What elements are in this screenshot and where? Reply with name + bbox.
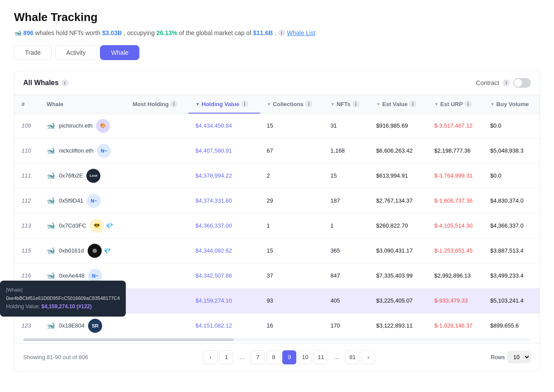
tab-trade[interactable]: Trade — [14, 45, 52, 60]
page-10-button[interactable]: 10 — [298, 350, 312, 364]
col-whale[interactable]: Whale — [39, 95, 125, 113]
nfts-info-icon[interactable]: i — [352, 100, 359, 107]
whale-name: 0x5f9D41 — [59, 197, 83, 204]
cell-buy-volume: $5,103,241.4 — [483, 288, 540, 313]
cell-est-value: $2,767,134.37 — [369, 188, 427, 213]
col-est-urp[interactable]: ▼ Est URP i — [427, 95, 483, 113]
diamond-badge: 💎 — [106, 222, 113, 229]
cell-est-urp: $2,198,777.36 — [427, 138, 483, 163]
cell-whale[interactable]: 🐋 nickclifton.eth N~ — [39, 138, 125, 163]
contract-info-icon[interactable]: i — [503, 79, 510, 86]
col-est-value[interactable]: ▼ Est Value i — [369, 95, 427, 113]
whale-name: nickclifton.eth — [59, 147, 93, 154]
table-row[interactable]: 111 🐋 0x76fb2E Loot $4,378,994.22 2 15 $… — [14, 163, 540, 188]
cell-est-value: $3,122,893.11 — [369, 313, 427, 338]
cell-est-urp: $-1,253,651.45 — [427, 238, 483, 263]
cell-holding-value: $4,342,507.86 — [188, 263, 259, 288]
cell-est-urp: $-1,028,146.37 — [427, 313, 483, 338]
est-value-sort-icon: ▼ — [376, 102, 380, 107]
whale-name: pichiruchi.eth — [59, 122, 92, 129]
cell-holding-value: $4,159,274.10 — [188, 288, 259, 313]
cell-collections: 29 — [260, 188, 323, 213]
col-holding-value[interactable]: ▼ Holding Value i — [188, 95, 259, 113]
all-whales-title: All Whales — [23, 79, 59, 87]
cell-buy-volume: $5,048,938.3 — [483, 138, 540, 163]
whale-icon: 🐋 — [46, 196, 55, 205]
whale-list-link[interactable]: Whale List — [287, 29, 316, 36]
table-row[interactable]: 115 🐋 0xb0161d ◎ 💎 $4,344,082.62 15 365 … — [14, 238, 540, 263]
whale-count: 896 — [23, 29, 33, 36]
page-9-button[interactable]: 9 — [282, 350, 296, 364]
table-header-row: # Whale Most Holding i — [14, 95, 540, 113]
avatar: Loot — [86, 169, 100, 183]
collections-info-icon[interactable]: i — [305, 100, 313, 107]
col-collections[interactable]: ▼ Collections i — [260, 95, 323, 113]
page-81-button[interactable]: 81 — [345, 350, 359, 364]
tooltip-address: 0xe4bBCbf51e61D0D95FcC5016609aC83548177C… — [6, 294, 120, 303]
page-title: Whale Tracking — [14, 11, 540, 24]
tab-whale[interactable]: Whale — [100, 45, 139, 60]
cell-est-value: $916,985.69 — [369, 113, 427, 138]
col-buy-volume[interactable]: ▼ Buy Volume — [483, 95, 540, 113]
cell-nfts: 1 — [323, 213, 369, 238]
prev-page-button[interactable]: ‹ — [203, 350, 217, 364]
avatar-group: N~ — [97, 144, 111, 158]
page-11-button[interactable]: 11 — [314, 350, 328, 364]
dots-1: … — [235, 350, 249, 364]
avatar-group: N~ — [87, 194, 101, 208]
cell-num: 110 — [14, 138, 39, 163]
cell-whale[interactable]: 🐋 0x5f9D41 N~ — [39, 188, 125, 213]
horizontal-scrollbar[interactable] — [23, 339, 531, 341]
est-urp-info-icon[interactable]: i — [465, 100, 472, 107]
avatar: N~ — [97, 144, 111, 158]
whale-emoji: 🐋 — [14, 29, 21, 36]
cell-est-value: $6,606,263.42 — [369, 138, 427, 163]
table-row[interactable]: 123 🐋 0x18E804 SR $4,151,082.12 16 170 $… — [14, 313, 540, 338]
whale-icon: 🐋 — [46, 146, 55, 155]
cell-nfts: 847 — [323, 263, 369, 288]
cell-nfts: 31 — [323, 113, 369, 138]
rows-per-page-select[interactable]: 10 20 50 — [508, 351, 531, 363]
cell-most-holding — [125, 113, 188, 138]
holding-value-info-icon[interactable]: i — [241, 100, 248, 107]
cell-holding-value: $4,434,450.84 — [188, 113, 259, 138]
cell-whale[interactable]: 🐋 0xb0161d ◎ 💎 — [39, 238, 125, 263]
table-row[interactable]: 109 🐋 pichiruchi.eth 🎨 $4,434,450.84 15 … — [14, 113, 540, 138]
table-row[interactable]: 113 🐋 0x7Cd3FC 😎 💎 $4,366,337.00 1 1 $26… — [14, 213, 540, 238]
cell-whale[interactable]: 🐋 0x7Cd3FC 😎 💎 — [39, 213, 125, 238]
col-num[interactable]: # — [14, 95, 39, 113]
page-8-button[interactable]: 8 — [266, 350, 281, 364]
cell-collections: 37 — [260, 263, 323, 288]
cell-whale[interactable]: 🐋 pichiruchi.eth 🎨 — [39, 113, 125, 138]
cell-collections: 15 — [260, 113, 323, 138]
table-row[interactable]: 112 🐋 0x5f9D41 N~ $4,374,331.60 29 187 $… — [14, 188, 540, 213]
cell-est-urp: $-3,517,467.12 — [427, 113, 483, 138]
cell-whale[interactable]: 🐋 0x76fb2E Loot — [39, 163, 125, 188]
main-card: All Whales i Contract i # — [14, 71, 540, 372]
scrollbar-thumb[interactable] — [23, 339, 234, 341]
cell-whale[interactable]: 🐋 0x18E804 SR — [39, 313, 125, 338]
rows-select-area: Rows 10 20 50 — [490, 351, 531, 363]
cell-nfts: 187 — [323, 188, 369, 213]
whale-name: 0xb0161d — [59, 247, 84, 254]
page-7-button[interactable]: 7 — [251, 350, 265, 364]
contract-toggle[interactable] — [513, 78, 531, 88]
most-holding-info-icon[interactable]: i — [170, 100, 178, 107]
whale-icon: 🐋 — [46, 246, 55, 255]
cell-most-holding — [125, 288, 188, 313]
whale-icon: 🐋 — [46, 221, 55, 230]
tab-activity[interactable]: Activity — [55, 45, 96, 60]
avatar-group: 🎨 — [96, 119, 110, 133]
cell-buy-volume: $899,655.6 — [483, 313, 540, 338]
page-1-button[interactable]: 1 — [219, 350, 233, 364]
avatar: 😎 — [90, 219, 104, 233]
subtitle-info-icon[interactable]: i — [278, 29, 285, 36]
est-value-info-icon[interactable]: i — [409, 100, 416, 107]
col-nfts[interactable]: ▼ NFTs i — [323, 95, 369, 113]
table-row[interactable]: 110 🐋 nickclifton.eth N~ $4,407,580.91 6… — [14, 138, 540, 163]
avatar: SR — [88, 319, 102, 333]
col-most-holding[interactable]: Most Holding i — [125, 95, 188, 113]
next-page-button[interactable]: › — [361, 350, 375, 364]
subtitle: 🐋 896 whales hold NFTs worth $3.03B , oc… — [14, 29, 540, 36]
all-whales-info-icon[interactable]: i — [61, 79, 68, 86]
